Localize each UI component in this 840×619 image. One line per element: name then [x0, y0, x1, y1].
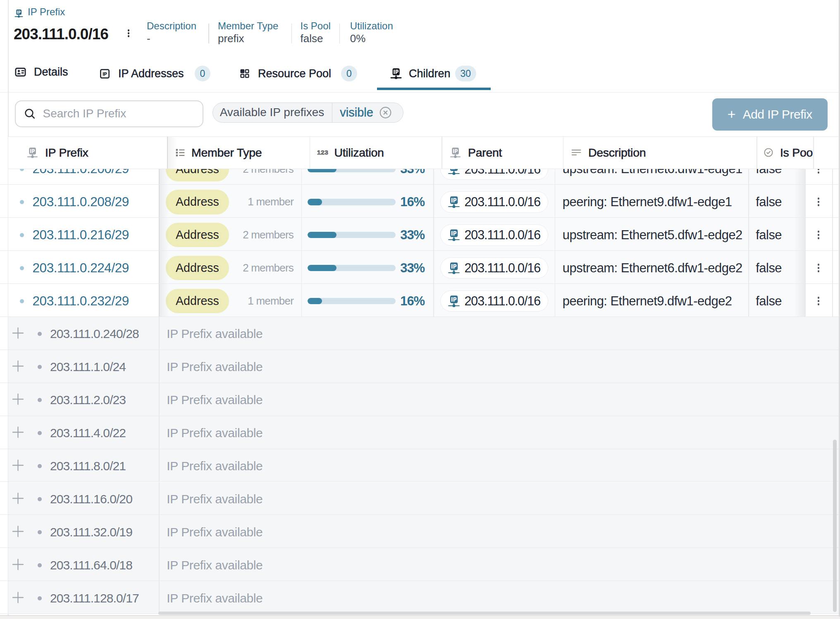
svg-text:IP: IP [103, 71, 107, 76]
